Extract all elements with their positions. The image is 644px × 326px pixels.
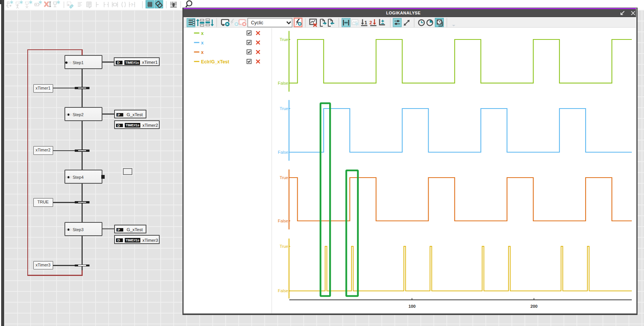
svg-text:False: False	[278, 288, 288, 293]
svg-text:False: False	[278, 150, 288, 154]
svg-text:100: 100	[408, 304, 416, 309]
svg-text:False: False	[278, 80, 288, 85]
svg-text:x: x	[201, 40, 204, 45]
svg-text:False: False	[278, 218, 288, 223]
svg-text:Eclr/G_xTest: Eclr/G_xTest	[201, 59, 229, 64]
svg-text:True: True	[280, 106, 288, 110]
svg-text:1: 1	[364, 20, 367, 25]
svg-text:200: 200	[530, 304, 537, 309]
svg-text:?: ?	[131, 3, 134, 7]
svg-text:Cyclic: Cyclic	[251, 20, 264, 25]
svg-text:True: True	[280, 37, 288, 41]
svg-text:2: 2	[369, 20, 372, 25]
svg-text:True: True	[280, 175, 288, 180]
svg-text:True: True	[280, 244, 288, 248]
svg-text:x: x	[201, 49, 204, 55]
svg-text:x: x	[201, 30, 204, 36]
